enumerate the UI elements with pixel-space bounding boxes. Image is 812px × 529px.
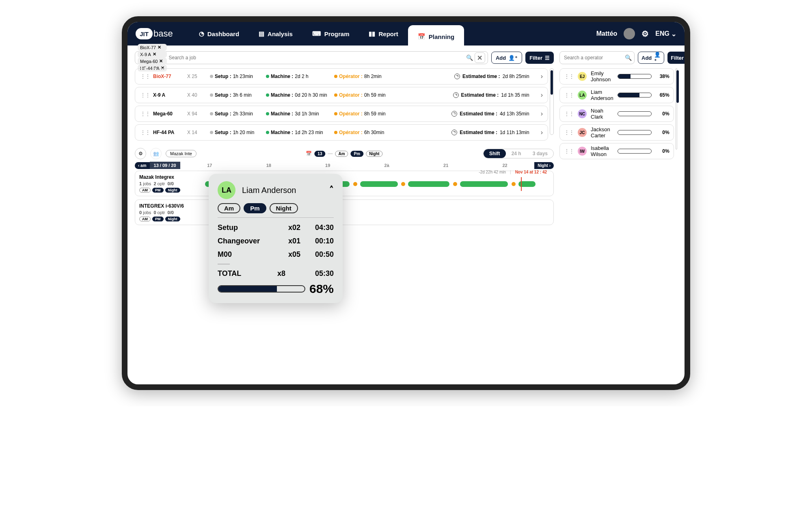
operator-row[interactable]: ⋮⋮ IW Isabella Wilson 0% [559,143,674,159]
filter-operators-button[interactable]: Filter☰ [667,52,690,64]
chevron-right-icon[interactable]: › [541,129,543,136]
operator-name: Noah Clark [591,108,613,120]
chip-remove-icon[interactable]: ✕ [158,45,161,50]
shift-pm-pill[interactable]: Pm [351,151,364,157]
collapse-icon[interactable]: ˄ [329,185,334,195]
language-selector[interactable]: ENG ⌄ [655,30,676,38]
popup-shift-am[interactable]: Am [218,203,240,213]
machine-am-pill[interactable]: AM [139,217,151,221]
utilization-bar [618,111,652,116]
menu-icon: ☰ [686,55,690,61]
job-row[interactable]: ⋮⋮ HF-44 PA X 14 Setup : 1h 20 min Machi… [135,124,548,141]
job-name: Mega-60 [153,111,184,117]
view-3days[interactable]: 3 days [527,149,553,158]
nav-planning[interactable]: 📅Planning [408,25,464,46]
calendar-badge-icon[interactable]: 📅 [306,151,312,156]
job-row[interactable]: ⋮⋮ Mega-60 X 94 Setup : 2h 33min Machine… [135,106,548,122]
nav-analysis[interactable]: ▤Analysis [249,22,302,46]
machine-night-pill[interactable]: Night [165,188,180,193]
date-display[interactable]: 13 / 09 / 20 [150,162,180,169]
nav-dashboard[interactable]: ◔Dashboard [189,22,249,46]
settings-icon[interactable]: ⚙ [641,29,649,39]
drag-handle-icon[interactable]: ⋮⋮ [564,111,574,117]
operator-name: Emily Johnson [591,70,613,82]
drag-handle-icon[interactable]: ⋮⋮ [564,73,574,80]
hour-axis: 1718192à2122 [180,163,535,168]
machine-am-pill[interactable]: AM [139,188,151,193]
user-avatar-icon[interactable] [624,28,635,39]
machine-row[interactable]: INTEGREX i-630V/6 0 jobs 0 optr 0/0 AMPM… [135,199,554,225]
operator-avatar: LA [578,91,587,100]
person-plus-icon: 👤⁺ [508,55,518,61]
add-operator-button[interactable]: Add👤⁺ [638,52,664,64]
add-job-button[interactable]: Add👤⁺ [491,52,522,64]
drag-handle-icon[interactable]: ⋮⋮ [140,73,150,80]
popup-name: Liam Anderson [242,186,323,195]
nav-program[interactable]: ⌨Program [302,22,359,46]
jobs-scrollbar[interactable] [550,68,554,135]
chevron-right-icon[interactable]: › [541,110,543,117]
drag-handle-icon[interactable]: ⋮⋮ [564,148,574,154]
operator-row[interactable]: ⋮⋮ JC Jackson Carter 0% [559,124,674,141]
calendar-icon: 📅 [418,33,425,40]
operator-row[interactable]: ⋮⋮ EJ Emily Johnson 38% [559,68,674,85]
drag-handle-icon[interactable]: ⋮⋮ [140,111,150,117]
utilization-percent: 0% [656,148,669,154]
settings-round-icon[interactable]: ⚙ [135,148,146,159]
prev-shift-button[interactable]: ‹ am [135,162,150,169]
now-marker [521,177,522,191]
batch-size: X 94 [187,111,207,117]
utilization-bar [618,74,652,79]
search-icon: 🔍 [466,54,473,61]
chip-remove-icon[interactable]: ✕ [159,59,163,64]
filter-jobs-button[interactable]: Filter☰ [525,52,554,64]
job-search-box[interactable]: BioX-77 ✕ X-9 A ✕ Mega-60 ✕ HF-44 PA ✕ 🔍… [135,51,488,64]
machine-night-pill[interactable]: Night [165,217,180,221]
chevron-right-icon[interactable]: › [541,73,543,80]
popup-avatar: LA [218,181,235,199]
job-search-input[interactable] [168,55,466,61]
menu-icon: ☰ [545,55,550,61]
user-name[interactable]: Mattéo [596,30,618,37]
app-header: JITbase ◔Dashboard ▤Analysis ⌨Program ▮▮… [127,22,685,46]
person-plus-icon: 👤⁺ [654,52,661,64]
drag-handle-icon[interactable]: ⋮⋮ [140,129,150,136]
job-row[interactable]: ⋮⋮ X-9 A X 40 Setup : 3h 6 min Machine :… [135,87,548,103]
popup-shift-pm[interactable]: Pm [244,203,266,213]
job-name: HF-44 PA [153,130,184,135]
machine-filter-chip[interactable]: Mazak Inte [166,150,197,157]
drag-handle-icon[interactable]: ⋮⋮ [564,129,574,136]
operator-row[interactable]: ⋮⋮ NC Noah Clark 0% [559,106,674,122]
shift-am-pill[interactable]: Am [335,151,348,157]
popup-shift-night[interactable]: Night [270,203,298,213]
keyboard-icon: ⌨ [312,30,321,37]
job-row[interactable]: ⋮⋮ BioX-77 X 25 Setup : 1h 23min Machine… [135,68,548,85]
filter-chip[interactable]: BioX-77 ✕ [138,44,167,51]
chevron-right-icon[interactable]: › [541,91,543,99]
popup-percent: 68% [309,282,334,296]
next-shift-button[interactable]: Night › [534,162,554,169]
operator-search-box[interactable]: 🔍 [559,51,635,64]
operator-row[interactable]: ⋮⋮ LA Liam Anderson 65% [559,87,674,103]
filter-chip[interactable]: Mega-60 ✕ [138,58,167,65]
people-icon[interactable]: 👥 [150,148,162,159]
view-shift[interactable]: Shift [484,149,506,158]
utilization-percent: 65% [656,92,669,98]
machine-pm-pill[interactable]: PM [152,217,164,221]
job-name: BioX-77 [153,74,184,79]
filter-chip[interactable]: X-9 A ✕ [138,51,167,58]
view-24h[interactable]: 24 h [506,149,527,158]
nav-report[interactable]: ▮▮Report [359,22,408,46]
batch-size: X 25 [187,74,207,79]
chip-remove-icon[interactable]: ✕ [153,52,156,57]
drag-handle-icon[interactable]: ⋮⋮ [564,92,574,98]
drag-handle-icon[interactable]: ⋮⋮ [140,92,150,98]
operator-name: Isabella Wilson [591,145,613,157]
machine-row[interactable]: Mazak Integrex 1 jobs 2 optr 0/0 AMPMNig… [135,171,554,196]
machine-pm-pill[interactable]: PM [152,188,164,193]
operator-search-input[interactable] [564,55,625,61]
timestamp: Nov 14 at 12 : 42 [515,170,547,174]
clear-search-button[interactable]: ✕ [475,52,485,63]
operators-scrollbar[interactable] [676,68,677,150]
shift-night-pill[interactable]: Night [366,151,383,157]
